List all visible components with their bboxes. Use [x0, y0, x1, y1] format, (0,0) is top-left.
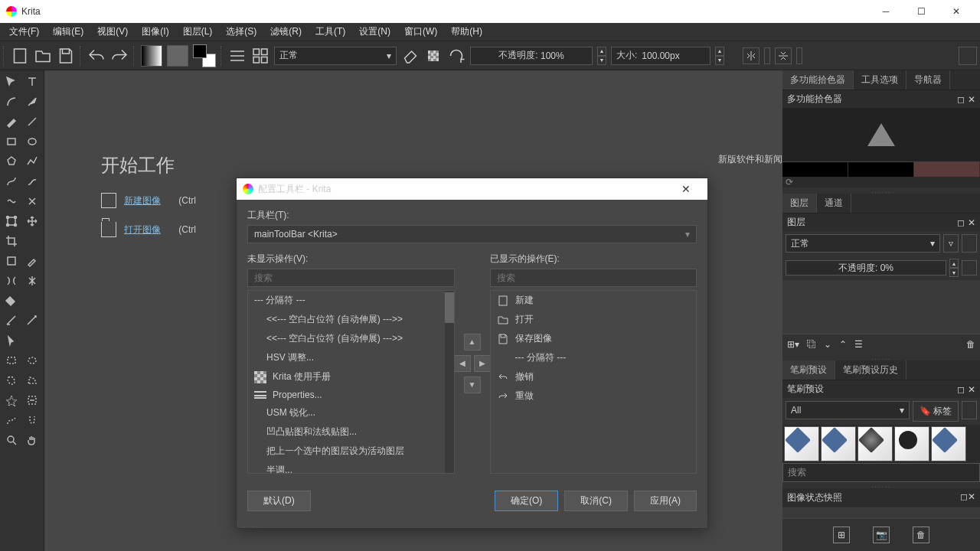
- tool-fill[interactable]: [2, 292, 21, 310]
- tool-transform[interactable]: [2, 212, 21, 230]
- dialog-close-button[interactable]: ✕: [671, 183, 701, 195]
- tool-line[interactable]: [23, 112, 41, 131]
- brush-preset[interactable]: [894, 426, 929, 461]
- start-open-image[interactable]: 打开图像 (Ctrl: [101, 222, 196, 237]
- available-action-item[interactable]: HSV 调整...: [248, 348, 454, 367]
- menu-file[interactable]: 文件(F): [3, 24, 45, 40]
- current-action-item[interactable]: 重做: [491, 386, 697, 406]
- brush-preset[interactable]: [784, 426, 819, 461]
- tool-measure[interactable]: [23, 311, 41, 330]
- panel-close-icon[interactable]: ✕: [968, 94, 975, 105]
- tab-channels[interactable]: 通道: [817, 194, 851, 213]
- brush-preset[interactable]: [821, 426, 856, 461]
- duplicate-layer-button[interactable]: ⿻: [807, 339, 816, 350]
- tab-brush-presets[interactable]: 笔刷预设: [782, 360, 835, 380]
- redo-button[interactable]: [110, 47, 129, 65]
- panel-grip[interactable]: ......: [782, 187, 980, 194]
- minimize-button[interactable]: ─: [868, 0, 903, 23]
- add-action-button[interactable]: ▶: [474, 355, 491, 372]
- available-action-item[interactable]: --- 分隔符 ---: [248, 291, 454, 310]
- panel-close-icon[interactable]: ✕: [968, 384, 975, 395]
- available-action-item[interactable]: USM 锐化...: [248, 403, 454, 422]
- menu-select[interactable]: 选择(S): [220, 24, 263, 40]
- tool-pattern[interactable]: [2, 272, 21, 290]
- menu-window[interactable]: 窗口(W): [398, 24, 443, 40]
- available-action-item[interactable]: 凹凸贴图和法线贴图...: [248, 422, 454, 442]
- tool-smart-fill[interactable]: [23, 272, 41, 290]
- layer-opacity-spinner[interactable]: ▲▼: [949, 259, 959, 277]
- layer-blend-combo[interactable]: 正常▾: [786, 234, 940, 253]
- dialog-resize-grip[interactable]: ......: [237, 522, 707, 528]
- tab-brush-history[interactable]: 笔刷预设历史: [835, 360, 906, 380]
- alpha-lock-toggle[interactable]: [424, 47, 443, 65]
- current-action-item[interactable]: --- 分隔符 ---: [491, 348, 697, 367]
- remove-action-button[interactable]: ◀: [454, 355, 471, 372]
- brush-filter-combo[interactable]: All▾: [786, 401, 910, 419]
- defaults-button[interactable]: 默认(D): [247, 491, 311, 511]
- current-action-item[interactable]: 打开: [491, 310, 697, 329]
- current-actions-list[interactable]: 新建打开保存图像--- 分隔符 ---撤销重做: [490, 290, 697, 474]
- move-layer-up-button[interactable]: ⌃: [839, 339, 847, 350]
- brush-preset[interactable]: [858, 426, 893, 461]
- snapshot-delete-button[interactable]: 🗑: [913, 527, 929, 543]
- tool-ellipse-select[interactable]: [23, 351, 41, 370]
- mirror-h-dropdown[interactable]: [764, 47, 770, 64]
- blend-mode-combo[interactable]: 正常▾: [274, 47, 397, 65]
- panel-float-icon[interactable]: ◻: [957, 217, 965, 228]
- maximize-button[interactable]: ☐: [903, 0, 939, 23]
- brush-preset[interactable]: [931, 426, 966, 461]
- tool-brush[interactable]: [2, 112, 21, 131]
- apply-button[interactable]: 应用(A): [634, 491, 697, 511]
- menu-help[interactable]: 帮助(H): [445, 24, 488, 40]
- panel-close-icon[interactable]: ✕: [968, 491, 975, 502]
- add-layer-button[interactable]: ⊞▾: [787, 339, 799, 350]
- tool-freehand-select[interactable]: [2, 371, 21, 390]
- start-new-image[interactable]: 新建图像 (Ctrl: [101, 193, 196, 208]
- panel-float-icon[interactable]: ◻: [957, 384, 965, 395]
- panel-float-icon[interactable]: ◻: [957, 94, 965, 105]
- menu-view[interactable]: 视图(V): [91, 24, 134, 40]
- available-actions-list[interactable]: --- 分隔符 ---<<--- 空白占位符 (自动伸展) --->><<---…: [247, 290, 455, 474]
- tool-dynamic-brush[interactable]: [2, 192, 21, 210]
- tool-calligraphy[interactable]: [23, 93, 41, 111]
- menu-image[interactable]: 图像(I): [136, 24, 175, 40]
- color-history[interactable]: [782, 161, 980, 177]
- tool-crop[interactable]: [2, 232, 21, 250]
- brush-view-icon[interactable]: [962, 401, 977, 419]
- move-down-button[interactable]: ▼: [464, 377, 481, 393]
- brush-presets-button[interactable]: [251, 47, 270, 65]
- layer-props-icon[interactable]: [962, 260, 977, 276]
- current-action-item[interactable]: 新建: [491, 291, 697, 310]
- scrollbar[interactable]: [445, 291, 454, 473]
- tab-tool-options[interactable]: 工具选项: [854, 70, 906, 90]
- tool-rectangle[interactable]: [2, 132, 21, 151]
- panel-grip[interactable]: ......: [782, 482, 980, 488]
- menu-filter[interactable]: 滤镜(R): [264, 24, 308, 40]
- close-button[interactable]: ✕: [939, 0, 974, 23]
- gradient-swatch[interactable]: [141, 45, 162, 67]
- available-action-item[interactable]: 把上一个选中的图层设为活动图层: [248, 442, 454, 461]
- refresh-icon[interactable]: ⟳: [786, 177, 793, 187]
- tool-move-layer[interactable]: [23, 212, 41, 230]
- eraser-toggle[interactable]: [401, 47, 420, 65]
- tool-contiguous-select[interactable]: [2, 391, 21, 409]
- tab-color-selector[interactable]: 多功能拾色器: [782, 70, 854, 90]
- mirror-v-dropdown[interactable]: [796, 47, 802, 64]
- reload-brush-button[interactable]: [447, 47, 466, 65]
- panel-float-icon[interactable]: ◻: [960, 491, 968, 502]
- tool-similar-select[interactable]: [23, 391, 41, 409]
- tool-polygon[interactable]: [2, 152, 21, 171]
- brush-tag-button[interactable]: 🔖 标签: [913, 401, 959, 422]
- tool-gradient[interactable]: [2, 252, 21, 270]
- opacity-spinner[interactable]: ▲▼: [597, 47, 606, 65]
- tool-magnetic-select[interactable]: [23, 411, 41, 429]
- color-selector[interactable]: [782, 108, 980, 161]
- move-layer-down-button[interactable]: ⌄: [824, 339, 831, 350]
- brush-settings-button[interactable]: [228, 47, 247, 65]
- available-action-item[interactable]: 半调...: [248, 461, 454, 474]
- toolbar-handle[interactable]: [3, 46, 6, 66]
- snapshot-add-button[interactable]: ⊞: [833, 527, 850, 543]
- current-action-item[interactable]: 撤销: [491, 367, 697, 386]
- tool-polyline[interactable]: [23, 152, 41, 171]
- menu-settings[interactable]: 设置(N): [353, 24, 397, 40]
